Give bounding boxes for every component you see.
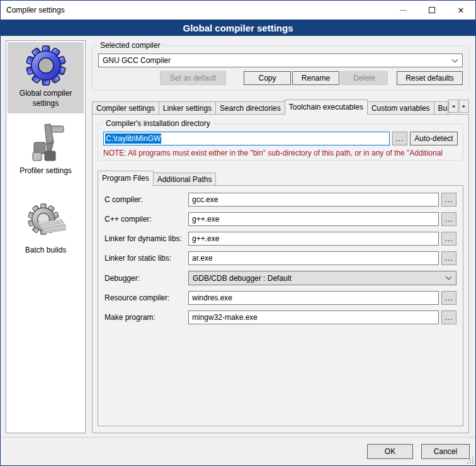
cpp-compiler-label: C++ compiler: (105, 215, 188, 224)
installation-directory-group-label: Compiler's installation directory (103, 119, 213, 128)
make-program-input[interactable] (188, 310, 439, 324)
resource-compiler-label: Resource compiler: (105, 293, 188, 302)
delete-button[interactable]: Delete (341, 71, 388, 85)
arrow-left-icon: ◄ (451, 104, 456, 108)
field-row-resource-compiler: Resource compiler: ... (105, 291, 456, 305)
field-row-c-compiler: C compiler: ... (105, 193, 456, 207)
debugger-combobox[interactable]: GDB/CDB debugger : Default (188, 271, 456, 285)
subtab-additional-paths[interactable]: Additional Paths (153, 173, 217, 186)
arrow-right-icon: ► (462, 104, 467, 108)
program-files-tabstrip: Program Files Additional Paths (98, 171, 463, 186)
tab-label: Compiler settings (96, 104, 155, 113)
window-controls: ✕ (388, 1, 475, 20)
installation-directory-input[interactable]: C:\raylib\MinGW (103, 132, 390, 145)
set-as-default-button[interactable]: Set as default (160, 71, 226, 85)
main-panel: Selected compiler GNU GCC Compiler Set a… (92, 40, 469, 433)
sidebar-item-batch-builds[interactable]: Batch builds (8, 199, 84, 261)
rename-button[interactable]: Rename (292, 71, 339, 85)
linker-dynamic-browse-button[interactable]: ... (441, 232, 456, 246)
sidebar-item-global-compiler-settings[interactable]: Global compiler settings (8, 42, 84, 113)
minimize-button[interactable] (388, 1, 417, 20)
c-compiler-label: C compiler: (105, 195, 188, 204)
resource-compiler-input[interactable] (188, 291, 439, 305)
tab-custom-variables[interactable]: Custom variables (367, 101, 434, 115)
tab-label: Build options (438, 104, 448, 113)
maximize-button[interactable] (417, 1, 446, 20)
reset-defaults-button[interactable]: Reset defaults (397, 71, 463, 85)
cpp-compiler-browse-button[interactable]: ... (441, 212, 456, 226)
compiler-button-row: Set as default Copy Rename Delete Reset … (98, 71, 463, 85)
tab-label: Search directories (220, 104, 281, 113)
dialog-footer: OK Cancel (1, 437, 475, 465)
selected-compiler-group-label: Selected compiler (98, 41, 162, 50)
sidebar-item-label: Profiler settings (20, 166, 72, 176)
batch-builds-icon (26, 202, 66, 242)
tab-label: Custom variables (371, 104, 430, 113)
field-row-cpp-compiler: C++ compiler: ... (105, 212, 456, 226)
window-title: Compiler settings (6, 6, 65, 14)
tab-label: Toolchain executables (289, 103, 363, 111)
toolchain-executables-page: Compiler's installation directory C:\ray… (92, 114, 469, 433)
sidebar-item-label: Batch builds (25, 246, 66, 256)
tab-label: Linker settings (163, 104, 212, 113)
program-files-page: C compiler: ... C++ compiler: ... Linker… (98, 185, 463, 426)
chevron-down-icon (446, 274, 452, 280)
tab-scroll-right-button[interactable]: ► (459, 99, 469, 113)
installation-directory-row: C:\raylib\MinGW ... Auto-detect (103, 132, 458, 145)
tab-compiler-settings[interactable]: Compiler settings (92, 101, 159, 115)
close-button[interactable]: ✕ (446, 1, 475, 20)
main-tabstrip: Compiler settings Linker settings Search… (92, 99, 469, 115)
c-compiler-browse-button[interactable]: ... (441, 193, 456, 207)
compiler-combobox[interactable]: GNU GCC Compiler (98, 54, 463, 67)
installation-directory-group: Compiler's installation directory C:\ray… (98, 123, 463, 161)
debugger-combobox-value: GDB/CDB debugger : Default (193, 274, 292, 283)
make-program-browse-button[interactable]: ... (441, 310, 456, 324)
tab-build-options[interactable]: Build options (434, 101, 448, 115)
field-row-linker-dynamic: Linker for dynamic libs: ... (105, 232, 456, 246)
selected-compiler-group: Selected compiler GNU GCC Compiler Set a… (92, 45, 469, 91)
profiler-caliper-icon (26, 123, 66, 163)
installation-directory-browse-button[interactable]: ... (392, 132, 407, 145)
compiler-combobox-value: GNU GCC Compiler (103, 56, 171, 65)
minimize-icon (400, 10, 407, 11)
linker-static-input[interactable] (188, 251, 439, 265)
linker-dynamic-label: Linker for dynamic libs: (105, 234, 188, 243)
tab-label: Additional Paths (157, 175, 212, 184)
tab-label: Program Files (102, 174, 149, 183)
subtab-program-files[interactable]: Program Files (98, 171, 154, 186)
tab-linker-settings[interactable]: Linker settings (159, 101, 216, 115)
page-title: Global compiler settings (1, 20, 475, 36)
autodetect-button[interactable]: Auto-detect (410, 132, 458, 145)
sidebar: Global compiler settings (6, 40, 86, 433)
debugger-label: Debugger: (105, 274, 188, 283)
linker-static-browse-button[interactable]: ... (441, 251, 456, 265)
linker-dynamic-input[interactable] (188, 232, 439, 246)
make-program-label: Make program: (105, 313, 188, 322)
maximize-icon (429, 7, 435, 13)
field-row-linker-static: Linker for static libs: ... (105, 251, 456, 265)
chevron-down-icon (452, 56, 458, 62)
tab-scroll-arrows: ◄ ► (448, 99, 469, 113)
sidebar-item-profiler-settings[interactable]: Profiler settings (8, 120, 84, 181)
installation-directory-selected-text: C:\raylib\MinGW (105, 134, 161, 144)
resize-grip[interactable] (467, 457, 474, 464)
sidebar-item-label: Global compiler settings (9, 89, 82, 108)
c-compiler-input[interactable] (188, 193, 439, 207)
cancel-button[interactable]: Cancel (421, 444, 470, 459)
field-row-make-program: Make program: ... (105, 310, 456, 324)
compiler-settings-dialog: Compiler settings ✕ Global compiler sett… (0, 0, 476, 466)
tab-scroll-left-button[interactable]: ◄ (448, 99, 458, 113)
tab-search-directories[interactable]: Search directories (215, 101, 285, 115)
resource-compiler-browse-button[interactable]: ... (441, 291, 456, 305)
titlebar: Compiler settings ✕ (1, 1, 475, 20)
copy-button[interactable]: Copy (244, 71, 291, 85)
tab-toolchain-executables[interactable]: Toolchain executables (285, 99, 368, 115)
gear-blue-icon (26, 45, 66, 86)
field-row-debugger: Debugger: GDB/CDB debugger : Default (105, 271, 456, 285)
linker-static-label: Linker for static libs: (105, 254, 188, 263)
dialog-body: Global compiler settings (1, 36, 475, 437)
cpp-compiler-input[interactable] (188, 212, 439, 226)
close-icon: ✕ (458, 6, 465, 14)
ok-button[interactable]: OK (367, 444, 413, 459)
installation-note: NOTE: All programs must exist either in … (103, 149, 458, 157)
